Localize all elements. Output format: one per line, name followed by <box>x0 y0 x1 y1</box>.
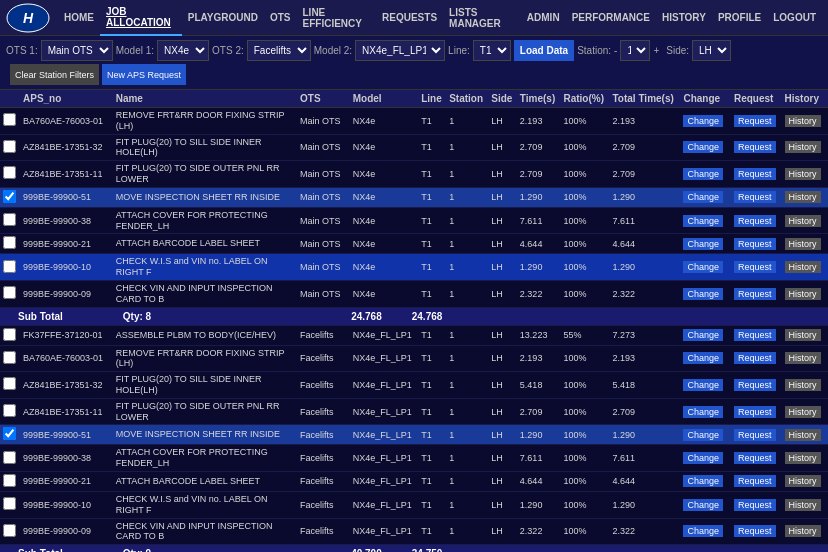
row-checkbox[interactable] <box>3 404 16 417</box>
change-button[interactable]: Change <box>683 525 723 537</box>
history-button[interactable]: History <box>785 141 821 153</box>
line-select[interactable]: T1 <box>473 40 511 61</box>
change-cell: Change <box>680 207 731 234</box>
request-button[interactable]: Request <box>734 379 776 391</box>
row-checkbox[interactable] <box>3 166 16 179</box>
history-button[interactable]: History <box>785 452 821 464</box>
table-header-row: APS_no Name OTS Model Line Station Side … <box>0 90 828 108</box>
row-checkbox[interactable] <box>3 236 16 249</box>
request-cell: Request <box>731 398 782 425</box>
load-data-button[interactable]: Load Data <box>514 40 574 61</box>
row-checkbox[interactable] <box>3 286 16 299</box>
row-checkbox[interactable] <box>3 497 16 510</box>
history-button[interactable]: History <box>785 352 821 364</box>
history-button[interactable]: History <box>785 288 821 300</box>
history-button[interactable]: History <box>785 115 821 127</box>
station-select[interactable]: 1 <box>620 40 650 61</box>
request-button[interactable]: Request <box>734 215 776 227</box>
row-checkbox[interactable] <box>3 140 16 153</box>
row-checkbox[interactable] <box>3 474 16 487</box>
nav-profile[interactable]: PROFILE <box>712 0 767 36</box>
row-checkbox[interactable] <box>3 377 16 390</box>
history-cell: History <box>782 445 828 472</box>
request-button[interactable]: Request <box>734 288 776 300</box>
change-button[interactable]: Change <box>683 475 723 487</box>
history-button[interactable]: History <box>785 379 821 391</box>
change-button[interactable]: Change <box>683 115 723 127</box>
ots1-select[interactable]: Main OTS <box>41 40 113 61</box>
history-button[interactable]: History <box>785 238 821 250</box>
history-button[interactable]: History <box>785 215 821 227</box>
nav-admin[interactable]: ADMIN <box>521 0 566 36</box>
request-button[interactable]: Request <box>734 406 776 418</box>
ots1-label: OTS 1: <box>6 45 38 56</box>
history-button[interactable]: History <box>785 191 821 203</box>
row-checkbox[interactable] <box>3 524 16 537</box>
nav-history[interactable]: HISTORY <box>656 0 712 36</box>
change-button[interactable]: Change <box>683 288 723 300</box>
request-button[interactable]: Request <box>734 452 776 464</box>
row-checkbox[interactable] <box>3 351 16 364</box>
name-cell: ATTACH COVER FOR PROTECTING FENDER_LH <box>113 207 297 234</box>
row-checkbox[interactable] <box>3 213 16 226</box>
clear-station-button[interactable]: Clear Station Filters <box>10 64 99 85</box>
history-button[interactable]: History <box>785 499 821 511</box>
change-button[interactable]: Change <box>683 168 723 180</box>
request-button[interactable]: Request <box>734 352 776 364</box>
request-button[interactable]: Request <box>734 238 776 250</box>
change-button[interactable]: Change <box>683 379 723 391</box>
ots2-select[interactable]: Facelifts <box>247 40 311 61</box>
request-cell: Request <box>731 207 782 234</box>
change-button[interactable]: Change <box>683 406 723 418</box>
change-cell: Change <box>680 325 731 345</box>
history-button[interactable]: History <box>785 261 821 273</box>
nav-ots[interactable]: OTS <box>264 0 297 36</box>
change-button[interactable]: Change <box>683 452 723 464</box>
row-checkbox[interactable] <box>3 451 16 464</box>
row-checkbox[interactable] <box>3 260 16 273</box>
change-button[interactable]: Change <box>683 215 723 227</box>
row-checkbox[interactable] <box>3 328 16 341</box>
new-aps-button[interactable]: New APS Request <box>102 64 186 85</box>
nav-playground[interactable]: PLAYGROUND <box>182 0 264 36</box>
model2-select[interactable]: NX4e_FL_LP1 <box>355 40 445 61</box>
history-button[interactable]: History <box>785 429 821 441</box>
nav-home[interactable]: HOME <box>58 0 100 36</box>
request-button[interactable]: Request <box>734 115 776 127</box>
request-button[interactable]: Request <box>734 191 776 203</box>
history-button[interactable]: History <box>785 168 821 180</box>
request-button[interactable]: Request <box>734 329 776 341</box>
change-button[interactable]: Change <box>683 499 723 511</box>
change-button[interactable]: Change <box>683 261 723 273</box>
request-button[interactable]: Request <box>734 261 776 273</box>
nav-line-efficiency[interactable]: LINE EFFICIENCY <box>297 0 377 36</box>
history-button[interactable]: History <box>785 525 821 537</box>
change-button[interactable]: Change <box>683 238 723 250</box>
request-button[interactable]: Request <box>734 429 776 441</box>
nav-performance[interactable]: PERFORMANCE <box>566 0 656 36</box>
side-cell: LH <box>488 134 517 161</box>
history-button[interactable]: History <box>785 406 821 418</box>
history-button[interactable]: History <box>785 475 821 487</box>
ots-cell: Facelifts <box>297 325 350 345</box>
row-checkbox[interactable] <box>3 427 16 440</box>
change-button[interactable]: Change <box>683 429 723 441</box>
model1-select[interactable]: NX4e <box>157 40 209 61</box>
change-button[interactable]: Change <box>683 352 723 364</box>
history-button[interactable]: History <box>785 329 821 341</box>
change-button[interactable]: Change <box>683 329 723 341</box>
request-button[interactable]: Request <box>734 141 776 153</box>
change-button[interactable]: Change <box>683 191 723 203</box>
change-button[interactable]: Change <box>683 141 723 153</box>
nav-lists-manager[interactable]: LISTS MANAGER <box>443 0 521 36</box>
nav-logout[interactable]: LOGOUT <box>767 0 822 36</box>
row-checkbox[interactable] <box>3 113 16 126</box>
row-checkbox[interactable] <box>3 190 16 203</box>
side-select[interactable]: LH <box>692 40 731 61</box>
nav-job-allocation[interactable]: JOB ALLOCATION <box>100 0 182 36</box>
nav-requests[interactable]: REQUESTS <box>376 0 443 36</box>
request-button[interactable]: Request <box>734 525 776 537</box>
request-button[interactable]: Request <box>734 499 776 511</box>
request-button[interactable]: Request <box>734 475 776 487</box>
request-button[interactable]: Request <box>734 168 776 180</box>
